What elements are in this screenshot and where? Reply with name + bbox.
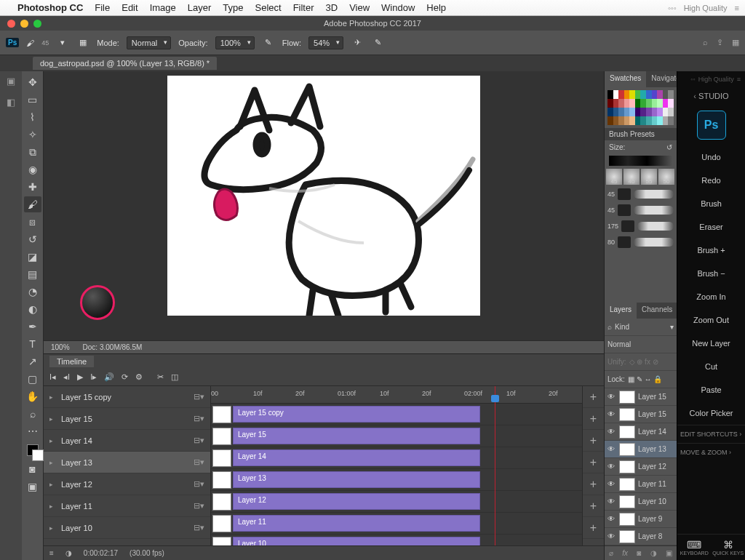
- video-clip[interactable]: Layer 15: [233, 428, 480, 444]
- swatch[interactable]: [646, 108, 652, 116]
- eyedropper-tool-icon[interactable]: ◉: [24, 161, 41, 177]
- visibility-icon[interactable]: 👁: [607, 410, 616, 418]
- document-tab[interactable]: dog_astropad.psd @ 100% (Layer 13, RGB/8…: [33, 57, 217, 70]
- menu-layer[interactable]: Layer: [188, 2, 212, 13]
- studio-shortcut[interactable]: Cut: [677, 355, 745, 378]
- timeline-tracks[interactable]: 0010f20f01:00f10f20f02:00f10f20f03:00f L…: [211, 386, 582, 545]
- brush-tool[interactable]: 🖌: [24, 196, 41, 212]
- visibility-icon[interactable]: 👁: [607, 497, 616, 505]
- swatch[interactable]: [613, 108, 619, 116]
- unify-icons[interactable]: ◇ ⊕ fx ⊘: [629, 358, 658, 366]
- timeline-track[interactable]: Layer 15 copy: [211, 404, 582, 425]
- playhead[interactable]: [495, 386, 495, 545]
- menu-help[interactable]: Help: [426, 2, 446, 13]
- swatch[interactable]: [607, 116, 613, 125]
- keyboard-button[interactable]: ⌨KEYBOARD: [677, 535, 712, 560]
- visibility-icon[interactable]: 👁: [607, 445, 616, 453]
- swatch[interactable]: [668, 99, 674, 108]
- type-tool-icon[interactable]: T: [24, 336, 41, 352]
- swatch[interactable]: [640, 90, 646, 99]
- toggle-panel-icon[interactable]: ▦: [76, 36, 89, 49]
- timeline-tab[interactable]: Timeline: [49, 356, 94, 367]
- swatch[interactable]: [613, 99, 619, 108]
- swatch[interactable]: [607, 90, 613, 99]
- path-tool-icon[interactable]: ↗: [24, 353, 41, 369]
- flow-select[interactable]: 54%: [308, 36, 343, 49]
- settings-button[interactable]: ⚙: [135, 372, 143, 382]
- swatch[interactable]: [652, 90, 658, 99]
- mask-icon[interactable]: ◙: [637, 549, 641, 557]
- close-window-button[interactable]: [7, 20, 15, 28]
- video-clip[interactable]: Layer 11: [233, 515, 480, 532]
- tl-row-opts-icon[interactable]: ⊟▾: [194, 523, 204, 532]
- move-zoom-section[interactable]: MOVE & ZOOM ›: [677, 443, 745, 461]
- timeline-layer-row[interactable]: ▸Layer 12⊟▾: [44, 473, 210, 495]
- swatch[interactable]: [607, 99, 613, 108]
- menu-window[interactable]: Window: [381, 2, 415, 13]
- magic-wand-tool-icon[interactable]: ✧: [24, 127, 41, 143]
- loop-button[interactable]: ⟳: [121, 372, 128, 382]
- swatch[interactable]: [635, 116, 641, 125]
- brush-stroke-thumb[interactable]: [618, 236, 631, 248]
- zoom-tool-icon[interactable]: ⌕: [24, 406, 41, 422]
- brush-size-slider[interactable]: [609, 156, 672, 166]
- layer-row[interactable]: 👁Layer 8: [605, 528, 677, 545]
- visibility-icon[interactable]: 👁: [607, 532, 616, 540]
- swatch[interactable]: [668, 116, 674, 125]
- swatch[interactable]: [613, 116, 619, 125]
- expand-icon[interactable]: ▸: [49, 437, 57, 444]
- menu-extra-icon[interactable]: ≡: [735, 4, 739, 12]
- hand-tool-icon[interactable]: ✋: [24, 388, 41, 404]
- video-clip[interactable]: Layer 10: [233, 537, 480, 545]
- brush-stroke-preview[interactable]: [634, 190, 674, 199]
- swatch[interactable]: [646, 116, 652, 125]
- menu-3d[interactable]: 3D: [326, 2, 338, 13]
- layer-row[interactable]: 👁Layer 13: [605, 441, 677, 458]
- split-clip-button[interactable]: ✂: [157, 372, 164, 382]
- brush-preset[interactable]: 50: [658, 169, 674, 185]
- swatch[interactable]: [657, 99, 663, 108]
- studio-shortcut[interactable]: Redo: [677, 169, 745, 192]
- expand-icon[interactable]: ▸: [49, 503, 57, 510]
- visibility-icon[interactable]: 👁: [607, 393, 616, 401]
- tl-row-opts-icon[interactable]: ⊟▾: [194, 392, 204, 401]
- group-icon[interactable]: ▣: [666, 549, 672, 557]
- brush-tool-icon[interactable]: 🖌: [26, 39, 34, 47]
- layer-row[interactable]: 👁Layer 9: [605, 511, 677, 528]
- pen-tool-icon[interactable]: ✒: [24, 319, 41, 335]
- brush-presets-title[interactable]: Brush Presets: [605, 128, 677, 140]
- lock-icons[interactable]: ▦ ✎ ↔ 🔒: [628, 375, 662, 383]
- swatch[interactable]: [618, 116, 624, 125]
- layer-row[interactable]: 👁Layer 14: [605, 423, 677, 441]
- swatch[interactable]: [652, 99, 658, 108]
- timeline-ruler[interactable]: 0010f20f01:00f10f20f02:00f10f20f03:00f: [211, 386, 582, 404]
- tl-row-opts-icon[interactable]: ⊟▾: [194, 501, 204, 511]
- studio-header[interactable]: STUDIO: [677, 87, 745, 105]
- timeline-track[interactable]: Layer 14: [211, 447, 582, 469]
- pressure-opacity-icon[interactable]: ✎: [262, 36, 275, 49]
- menu-file[interactable]: File: [95, 2, 110, 13]
- expand-icon[interactable]: ▸: [49, 459, 57, 466]
- link-layers-icon[interactable]: ⌀: [609, 549, 613, 557]
- timeline-layer-row[interactable]: ▸Layer 15⊟▾: [44, 408, 210, 430]
- tab-channels[interactable]: Channels: [637, 303, 677, 319]
- add-track-button[interactable]: +: [583, 473, 604, 495]
- eraser-tool-icon[interactable]: ◪: [24, 249, 41, 265]
- swatch[interactable]: [618, 99, 624, 108]
- swatch[interactable]: [663, 99, 669, 108]
- studio-shortcut[interactable]: Zoom Out: [677, 308, 745, 332]
- studio-menu-icon[interactable]: ≡: [737, 76, 741, 83]
- blend-mode[interactable]: Normal: [607, 340, 631, 348]
- visibility-icon[interactable]: 👁: [607, 463, 616, 471]
- visibility-icon[interactable]: 👁: [607, 428, 616, 436]
- prev-frame-button[interactable]: ◂I: [63, 372, 70, 382]
- video-clip[interactable]: Layer 14: [233, 449, 480, 466]
- tl-menu-icon[interactable]: ≡: [49, 549, 54, 557]
- timeline-layer-row[interactable]: ▸Layer 10⊟▾: [44, 517, 210, 539]
- transition-button[interactable]: ◫: [171, 372, 178, 382]
- swatch[interactable]: [618, 108, 624, 116]
- swatch[interactable]: [624, 116, 630, 125]
- move-tool-icon[interactable]: ✥: [24, 74, 41, 90]
- swatch[interactable]: [663, 108, 669, 116]
- studio-shortcut[interactable]: Color Picker: [677, 401, 745, 425]
